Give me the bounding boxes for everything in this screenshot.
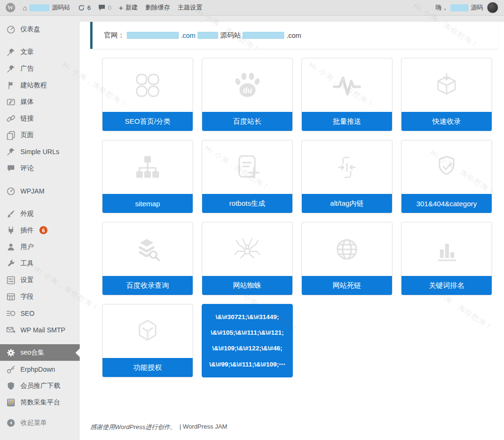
card-fast-indexing[interactable]: 快速收录 xyxy=(401,58,492,131)
sidebar-item-pages[interactable]: 页面 xyxy=(0,127,80,143)
converge-arrows-icon xyxy=(302,140,392,194)
card-batch-push[interactable]: 批量推送 xyxy=(301,58,392,131)
sidebar-item-label: 广告 xyxy=(20,64,34,73)
sidebar-item-tutorials[interactable]: 建站教程 xyxy=(0,77,80,93)
encoded-line: \&\#99;\&\#111;\&\#109;⋯ xyxy=(204,360,290,368)
sliders-icon xyxy=(6,275,16,285)
redaction-block xyxy=(127,32,179,39)
collapse-arrow-icon xyxy=(6,418,16,428)
sidebar-item-simple-urls[interactable]: Simple URLs xyxy=(0,143,80,160)
sidebar-item-label: 收起菜单 xyxy=(20,419,47,427)
site-menu[interactable]: ⌂ 源码站 xyxy=(23,3,70,12)
link-chain-icon xyxy=(6,114,16,123)
sidebar-item-label: WP Mail SMTP xyxy=(20,326,65,334)
account-menu[interactable]: 嗨， 源码 xyxy=(436,3,483,12)
card-label: 百度站长 xyxy=(202,112,292,131)
wordpress-logo-icon[interactable]: W xyxy=(6,3,15,12)
card-baidu-webmaster[interactable]: du 百度站长 xyxy=(202,58,293,131)
sidebar-item-label: 文章 xyxy=(20,48,34,56)
comments-menu[interactable]: 0 xyxy=(98,4,111,11)
shield-icon xyxy=(6,381,16,391)
bar-chart-icon xyxy=(401,222,492,276)
card-baidu-index-check[interactable]: 百度收录查询 xyxy=(102,222,193,295)
site-link[interactable]: .com xyxy=(181,32,196,39)
sidebar-item-plugins[interactable]: 插件 6 xyxy=(0,222,80,238)
card-robots-generate[interactable]: rotbots生成 xyxy=(202,140,293,213)
sidebar-item-label: 建站教程 xyxy=(20,81,47,90)
gear-icon xyxy=(6,348,16,358)
card-label: SEO首页/分类 xyxy=(103,112,193,131)
mail-icon xyxy=(6,325,16,335)
document-plus-icon xyxy=(202,140,292,194)
card-dead-links[interactable]: 网站死链 xyxy=(301,222,392,295)
redaction-block xyxy=(29,4,49,11)
sidebar-item-erphpdown[interactable]: ErphpDown xyxy=(0,361,80,377)
globe-icon xyxy=(302,222,392,276)
sidebar-item-label: 页面 xyxy=(20,131,34,139)
card-label: 301&404&category xyxy=(401,194,492,213)
sidebar-item-label: 评论 xyxy=(20,164,34,173)
card-site-spider[interactable]: 网站蜘蛛 xyxy=(202,222,293,295)
layers-search-icon xyxy=(103,222,193,276)
pulse-icon xyxy=(302,58,392,112)
updates-count: 6 xyxy=(87,4,91,11)
sidebar-item-seo-collection[interactable]: seo合集 xyxy=(0,344,80,361)
card-label: 快速收录 xyxy=(401,112,492,131)
home-icon: ⌂ xyxy=(23,4,27,11)
sidebar-item-label: 仪表盘 xyxy=(20,25,40,34)
card-label: 功能授权 xyxy=(103,358,193,377)
card-keyword-ranking[interactable]: 关键词排名 xyxy=(401,222,492,295)
sidebar-item-users[interactable]: 用户 xyxy=(0,238,80,255)
sidebar-item-seo[interactable]: SEO xyxy=(0,305,80,321)
sidebar-item-label: 工具 xyxy=(20,259,34,268)
sidebar-item-links[interactable]: 链接 xyxy=(0,110,80,127)
sidebar-item-tools[interactable]: 工具 xyxy=(0,255,80,272)
sidebar-item-wpjam[interactable]: WPJAM xyxy=(0,183,80,199)
sidebar-item-ads[interactable]: 广告 xyxy=(0,60,80,77)
sidebar-item-fields[interactable]: 字段 xyxy=(0,288,80,305)
sitemap-icon xyxy=(103,140,193,194)
sidebar-item-comments[interactable]: 评论 xyxy=(0,160,80,176)
user-avatar[interactable] xyxy=(487,2,498,13)
pushpin-icon xyxy=(6,64,16,73)
new-content-menu[interactable]: + 新建 xyxy=(119,3,138,12)
sidebar-item-appearance[interactable]: 外观 xyxy=(0,205,80,222)
card-label: 网站死链 xyxy=(302,276,392,295)
theme-settings-button[interactable]: 主题设置 xyxy=(177,3,202,12)
sidebar-item-dashboard[interactable]: 仪表盘 xyxy=(0,21,80,37)
sidebar-item-jianshu-collect[interactable]: 简数采集平台 xyxy=(0,394,80,411)
sidebar-item-label: 外观 xyxy=(20,210,34,218)
collapse-menu-button[interactable]: 收起菜单 xyxy=(0,414,80,431)
box-arrow-icon xyxy=(401,58,492,112)
cube-icon xyxy=(103,304,193,358)
notice-site-text: 源码站 xyxy=(220,31,241,40)
sidebar-item-posts[interactable]: 文章 xyxy=(0,44,80,60)
updates-menu[interactable]: 6 xyxy=(78,4,91,11)
card-alt-tag-internal-links[interactable]: alt/tag内链 xyxy=(301,140,392,213)
card-feature-license[interactable]: 功能授权 xyxy=(102,304,193,377)
plug-icon xyxy=(6,226,16,235)
greeting-text: 嗨， xyxy=(436,3,448,12)
clear-cache-button[interactable]: 删除缓存 xyxy=(145,3,170,12)
user-name: 源码 xyxy=(471,3,483,12)
site-name: 源码站 xyxy=(52,3,70,12)
sidebar-item-media[interactable]: 媒体 xyxy=(0,93,80,110)
card-sitemap[interactable]: sitemap xyxy=(102,140,193,213)
sidebar-item-label: WPJAM xyxy=(20,187,45,195)
admin-footer: 感谢使用WordPress进行创作。 | WordPress JAM xyxy=(90,423,504,431)
footer-thanks-link[interactable]: 感谢使用WordPress进行创作。 xyxy=(90,423,176,431)
clover-icon xyxy=(103,58,193,112)
seo-lines-icon xyxy=(6,309,16,318)
sidebar-item-wp-mail-smtp[interactable]: WP Mail SMTP xyxy=(0,321,80,338)
encoded-line: \&\#109;\&\#122;\&\#46; xyxy=(204,345,290,352)
comments-count: 0 xyxy=(108,4,111,11)
sidebar-item-member-download[interactable]: 会员推广下载 xyxy=(0,377,80,394)
baidu-paw-icon: du xyxy=(202,58,292,112)
feature-card-grid: SEO首页/分类 du 百度站长 批量推送 快速收录 sitemap rotbo… xyxy=(102,58,492,377)
sidebar-item-settings[interactable]: 设置 xyxy=(0,272,80,288)
card-seo-home-category[interactable]: SEO首页/分类 xyxy=(102,58,193,131)
card-301-404-category[interactable]: 301&404&category xyxy=(401,140,492,213)
theme-settings-label: 主题设置 xyxy=(177,3,202,12)
card-encoded-domain[interactable]: \&\#30721;\&\#31449; \&\#105;\&\#111;\&\… xyxy=(202,304,293,377)
main-content: 官网： .com 源码站 .com SEO首页/分类 du 百度站长 批量推送 … xyxy=(80,22,504,440)
